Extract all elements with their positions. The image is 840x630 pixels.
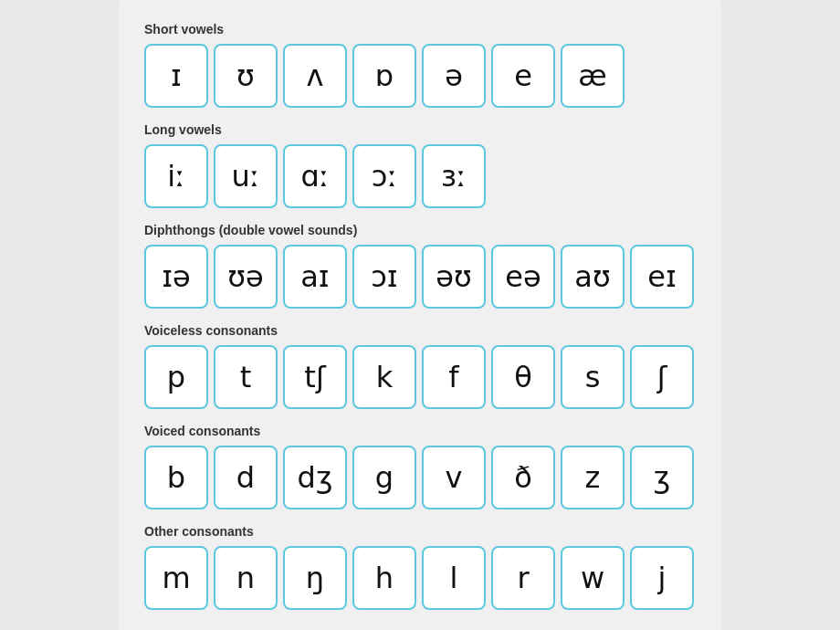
symbol-row-short-vowels: ɪʊʌɒəeæ <box>144 44 696 108</box>
symbol-cell: v <box>422 446 486 509</box>
symbol-cell: əʊ <box>422 245 486 309</box>
symbol-row-long-vowels: iːuːɑːɔːɜː <box>144 144 696 208</box>
symbol-cell: dʒ <box>283 446 347 509</box>
symbol-cell: ɜː <box>422 144 486 208</box>
symbol-cell: aʊ <box>561 245 625 309</box>
symbol-cell: k <box>352 345 416 409</box>
symbol-cell: f <box>422 345 486 409</box>
symbol-cell: b <box>144 446 208 509</box>
symbol-cell: m <box>144 546 208 610</box>
section-label-voiced-consonants: Voiced consonants <box>144 424 696 438</box>
symbol-cell: ə <box>422 44 486 108</box>
symbol-cell: ɒ <box>352 44 416 108</box>
symbol-cell: l <box>422 546 486 610</box>
symbol-row-other-consonants: mnŋhlrwj <box>144 546 696 610</box>
symbol-cell: æ <box>561 44 625 108</box>
symbol-cell: j <box>630 546 694 610</box>
section-label-voiceless-consonants: Voiceless consonants <box>144 323 696 338</box>
symbol-cell: n <box>214 546 278 610</box>
symbol-cell: aɪ <box>283 245 347 309</box>
section-label-other-consonants: Other consonants <box>144 524 696 539</box>
symbol-cell: eɪ <box>630 245 694 309</box>
symbol-cell: tʃ <box>283 345 347 409</box>
symbol-cell: ʃ <box>630 345 694 409</box>
symbol-row-voiced-consonants: bddʒgvðzʒ <box>144 446 696 509</box>
symbol-cell: s <box>561 345 625 409</box>
ipa-chart: Short vowelsɪʊʌɒəeæLong vowelsiːuːɑːɔːɜː… <box>119 0 721 630</box>
symbol-cell: ŋ <box>283 546 347 610</box>
symbol-cell: iː <box>144 144 208 208</box>
section-label-diphthongs: Diphthongs (double vowel sounds) <box>144 223 696 237</box>
symbol-cell: d <box>214 446 278 509</box>
symbol-cell: ɔː <box>352 144 416 208</box>
symbol-cell: ð <box>491 446 555 509</box>
symbol-cell: ɪə <box>144 245 208 309</box>
symbol-cell: θ <box>491 345 555 409</box>
symbol-cell: uː <box>214 144 278 208</box>
symbol-cell: ɑː <box>283 144 347 208</box>
symbol-cell: w <box>561 546 625 610</box>
symbol-cell: ɔɪ <box>352 245 416 309</box>
symbol-cell: ʊə <box>214 245 278 309</box>
symbol-row-diphthongs: ɪəʊəaɪɔɪəʊeəaʊeɪ <box>144 245 696 309</box>
symbol-row-voiceless-consonants: pttʃkfθsʃ <box>144 345 696 409</box>
symbol-cell: ɪ <box>144 44 208 108</box>
symbol-cell: e <box>491 44 555 108</box>
symbol-cell: eə <box>491 245 555 309</box>
section-label-long-vowels: Long vowels <box>144 122 696 137</box>
symbol-cell: t <box>214 345 278 409</box>
symbol-cell: z <box>561 446 625 509</box>
section-label-short-vowels: Short vowels <box>144 22 696 37</box>
symbol-cell: ʌ <box>283 44 347 108</box>
symbol-cell: ʊ <box>214 44 278 108</box>
symbol-cell: p <box>144 345 208 409</box>
symbol-cell: h <box>352 546 416 610</box>
symbol-cell: g <box>352 446 416 509</box>
symbol-cell: r <box>491 546 555 610</box>
symbol-cell: ʒ <box>630 446 694 509</box>
